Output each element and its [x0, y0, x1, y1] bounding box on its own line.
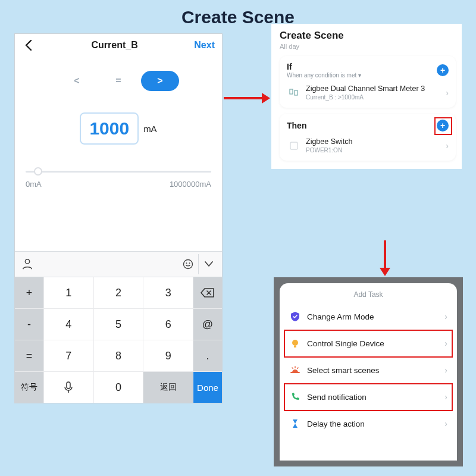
add-task-sheet: Add Task Change Arm Mode › Control Singl…	[274, 277, 463, 466]
chevron-right-icon: ›	[446, 88, 449, 98]
comparator-row: < = >	[15, 71, 222, 91]
chevron-left-icon	[25, 40, 32, 51]
chevron-right-icon: ›	[444, 312, 447, 321]
highlight-add-task	[434, 117, 452, 135]
create-scene-title: Create Scene	[280, 30, 456, 42]
chevron-down-icon	[205, 261, 213, 267]
bulb-icon	[289, 337, 301, 349]
value-unit: mA	[143, 124, 157, 134]
key-9[interactable]: 9	[143, 340, 193, 371]
back-button[interactable]	[22, 39, 35, 52]
key-6[interactable]: 6	[143, 309, 193, 340]
task-delay-action[interactable]: Delay the action ›	[284, 411, 452, 437]
key-equals[interactable]: =	[15, 340, 43, 371]
add-condition-button[interactable]: +	[437, 64, 449, 76]
slider-thumb[interactable]	[34, 167, 42, 176]
value-input[interactable]: 1000	[80, 112, 139, 145]
sunrise-icon	[289, 364, 301, 376]
slider-min: 0mA	[26, 180, 42, 189]
task-label: Control Single Device	[307, 339, 439, 348]
keyboard-toolbar	[15, 251, 222, 277]
key-7[interactable]: 7	[44, 340, 93, 371]
task-change-arm-mode[interactable]: Change Arm Mode ›	[284, 303, 452, 330]
arrow-to-create-scene	[224, 93, 270, 104]
key-2[interactable]: 2	[94, 277, 143, 308]
condition-device-name: Zigbee Dual Channel Smart Meter 3	[306, 84, 441, 93]
chevron-right-icon: ›	[446, 141, 449, 151]
header: Current_B Next	[15, 34, 222, 57]
comparator-greater-than[interactable]: >	[141, 71, 179, 91]
mic-icon	[64, 381, 73, 393]
chevron-right-icon: ›	[444, 392, 447, 402]
svg-rect-5	[290, 89, 293, 94]
key-3[interactable]: 3	[143, 277, 193, 308]
comparator-less-than[interactable]: <	[58, 71, 96, 91]
schedule-label: All day	[280, 43, 456, 50]
slider-track	[26, 171, 211, 173]
svg-point-2	[186, 262, 187, 264]
add-task-title: Add Task	[284, 288, 452, 303]
switch-icon	[287, 139, 301, 153]
svg-point-0	[25, 259, 29, 264]
task-label: Change Arm Mode	[307, 312, 439, 321]
smile-icon	[182, 258, 194, 270]
task-label: Send notification	[307, 393, 439, 402]
key-done[interactable]: Done	[193, 372, 222, 403]
key-voice[interactable]	[44, 372, 93, 403]
condition-editor-screen: Current_B Next < = > 1000 mA 0mA 1000000…	[14, 33, 223, 403]
key-1[interactable]: 1	[44, 277, 93, 308]
then-title: Then	[287, 121, 306, 130]
key-backspace[interactable]	[193, 277, 222, 308]
chevron-right-icon: ›	[444, 339, 447, 348]
phone-icon	[289, 391, 301, 403]
switch-device-icon	[289, 140, 299, 151]
key-0[interactable]: 0	[94, 372, 143, 403]
keyboard-icon	[21, 258, 34, 271]
svg-point-8	[292, 340, 298, 346]
meter-icon	[289, 87, 299, 98]
device-icon	[287, 86, 301, 100]
action-row[interactable]: Zigbee Switch POWER1:ON ›	[287, 137, 449, 154]
emoji-button[interactable]	[178, 254, 198, 274]
svg-rect-9	[294, 346, 296, 347]
collapse-keyboard-button[interactable]	[198, 254, 218, 274]
svg-rect-7	[290, 142, 298, 149]
key-dot[interactable]: .	[193, 340, 222, 371]
action-detail: POWER1:ON	[306, 147, 441, 154]
create-scene-screen: Create Scene All day If When any conditi…	[271, 24, 462, 169]
next-button[interactable]: Next	[194, 40, 215, 51]
task-label: Delay the action	[307, 419, 439, 428]
key-symbols[interactable]: 符号	[15, 372, 43, 403]
then-card: Then + Zigbee Switch POWER1:ON ›	[280, 114, 456, 161]
slider-labels: 0mA 1000000mA	[26, 180, 211, 189]
key-at[interactable]: @	[193, 309, 222, 340]
backspace-icon	[201, 287, 215, 298]
if-title: If	[287, 62, 361, 71]
keyboard-mode-icon[interactable]	[18, 255, 36, 273]
key-5[interactable]: 5	[94, 309, 143, 340]
key-plus[interactable]: +	[15, 277, 43, 308]
svg-point-3	[189, 262, 190, 264]
svg-point-1	[184, 260, 193, 269]
task-select-smart-scenes[interactable]: Select smart scenes ›	[284, 357, 452, 384]
task-label: Select smart scenes	[307, 366, 439, 375]
slider-max: 1000000mA	[170, 180, 211, 189]
if-card: If When any condition is met ▾ + Zigbee …	[280, 56, 456, 108]
shield-icon	[289, 311, 301, 322]
arrow-to-add-task	[380, 240, 390, 276]
if-subtitle[interactable]: When any condition is met ▾	[287, 72, 361, 79]
key-8[interactable]: 8	[94, 340, 143, 371]
chevron-right-icon: ›	[444, 419, 447, 428]
task-control-single-device[interactable]: Control Single Device ›	[284, 330, 452, 357]
svg-rect-4	[67, 382, 70, 389]
key-return[interactable]: 返回	[143, 372, 193, 403]
key-4[interactable]: 4	[44, 309, 93, 340]
task-send-notification[interactable]: Send notification ›	[284, 384, 452, 411]
condition-row[interactable]: Zigbee Dual Channel Smart Meter 3 Curren…	[287, 84, 449, 101]
chevron-right-icon: ›	[444, 365, 447, 375]
comparator-equal[interactable]: =	[99, 71, 137, 91]
action-device-name: Zigbee Switch	[306, 137, 441, 146]
value-row: 1000 mA	[15, 112, 222, 145]
value-slider[interactable]: 0mA 1000000mA	[15, 171, 222, 189]
key-minus[interactable]: -	[15, 309, 43, 340]
